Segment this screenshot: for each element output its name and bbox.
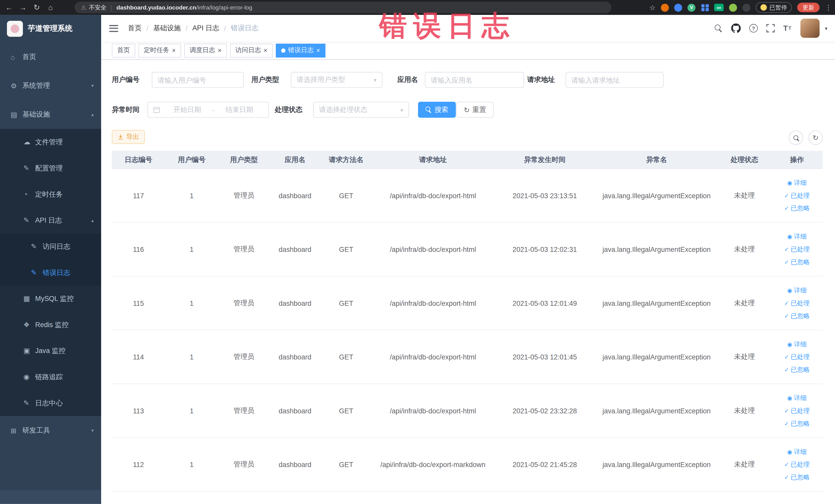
ignored-action-link[interactable]: ✓已忽略 [784, 365, 810, 374]
cell-status: 未处理 [718, 298, 771, 308]
breadcrumb-item[interactable]: 基础设施 [153, 23, 181, 33]
bookmark-star-icon[interactable]: ☆ [649, 3, 656, 11]
reset-button[interactable]: ↻ 重置 [456, 102, 494, 118]
processed-action-link[interactable]: ✓已处理 [784, 352, 810, 361]
cell-id: 117 [112, 191, 165, 200]
sidebar-item[interactable]: ✎日志中心 [0, 390, 101, 416]
extension-icon[interactable] [701, 3, 709, 11]
sidebar-item[interactable]: ◉链路追踪 [0, 364, 101, 390]
detail-action-link[interactable]: ◉详细 [787, 394, 807, 402]
paused-badge[interactable]: 已暂停 [756, 2, 792, 13]
process-status-select[interactable]: 请选择处理状态 ▾ [313, 102, 409, 118]
tag-tab[interactable]: 首页 [112, 43, 135, 57]
main-area: 首页/基础设施/API 日志/错误日志 ? TT ▾ 首页定时任务×调度日志×访… [101, 15, 835, 504]
browser-toolbar: ☆ V on 已暂停 更新 ⋮ [649, 0, 832, 15]
close-icon[interactable]: × [218, 47, 222, 54]
extension-icon[interactable] [742, 3, 750, 11]
cell-time: 2021-05-03 12:02:31 [494, 245, 595, 253]
app-name-input[interactable] [425, 72, 524, 88]
cell-id: 116 [112, 245, 165, 253]
tag-tab[interactable]: 调度日志× [184, 43, 227, 57]
toggle-search-button[interactable] [789, 130, 803, 145]
logo[interactable]: 芋道管理系统 [0, 15, 101, 43]
help-icon[interactable]: ? [749, 24, 758, 32]
sidebar-item[interactable]: ▣Java 监控 [0, 338, 101, 364]
font-size-icon[interactable]: TT [783, 24, 792, 32]
fullscreen-icon[interactable] [766, 24, 775, 32]
detail-action-link[interactable]: ◉详细 [787, 340, 807, 349]
sidebar-item[interactable]: ✎API 日志▴ [0, 207, 101, 234]
breadcrumb-separator: / [224, 24, 226, 32]
date-range-picker[interactable]: 开始日期 - 结束日期 [148, 102, 269, 118]
ignored-action-link[interactable]: ✓已忽略 [784, 204, 810, 213]
tab-label: 错误日志 [288, 46, 314, 55]
detail-action-link[interactable]: ◉详细 [787, 286, 807, 295]
search-icon [793, 135, 799, 141]
action-label: 详细 [794, 286, 807, 295]
user-avatar[interactable] [800, 19, 820, 38]
github-icon[interactable] [731, 23, 740, 33]
sidebar-item[interactable]: ▦MySQL 监控 [0, 285, 101, 312]
home-icon[interactable]: ⌂ [44, 3, 58, 12]
sidebar-item[interactable]: ⌂首页 [0, 43, 101, 72]
extension-on-icon[interactable]: on [714, 4, 724, 11]
processed-action-link[interactable]: ✓已处理 [784, 299, 810, 308]
vue-devtools-icon[interactable]: V [687, 3, 695, 11]
start-date-placeholder: 开始日期 [163, 105, 211, 115]
search-icon[interactable] [715, 24, 722, 32]
action-label: 已处理 [791, 299, 810, 308]
search-icon [426, 106, 432, 113]
cell-status: 未处理 [718, 406, 771, 416]
address-divider: | [110, 4, 112, 11]
refresh-button[interactable]: ↻ [808, 130, 823, 145]
reload-icon[interactable]: ↻ [30, 3, 44, 12]
chevron-down-icon[interactable]: ▾ [825, 25, 828, 31]
close-icon[interactable]: × [264, 47, 267, 54]
sidebar-item[interactable]: ▤基础设施▴ [0, 100, 101, 129]
sidebar-item[interactable]: ❖Redis 监控 [0, 312, 101, 338]
sidebar-item[interactable]: ⚙系统管理▾ [0, 72, 101, 100]
column-header: 处理状态 [718, 155, 771, 164]
ignored-action-link[interactable]: ✓已忽略 [784, 419, 810, 428]
processed-action-link[interactable]: ✓已处理 [784, 191, 810, 200]
tag-tab[interactable]: 定时任务× [138, 43, 181, 57]
detail-action-link[interactable]: ◉详细 [787, 447, 807, 456]
processed-action-link[interactable]: ✓已处理 [784, 406, 810, 415]
update-button[interactable]: 更新 [797, 3, 820, 12]
request-url-input[interactable] [566, 72, 664, 88]
detail-action-link[interactable]: ◉详细 [787, 232, 807, 241]
breadcrumb-item[interactable]: 首页 [128, 23, 142, 33]
sidebar-item[interactable]: ⊞研发工具▾ [0, 416, 101, 445]
sidebar-item-label: 访问日志 [43, 242, 70, 251]
processed-action-link[interactable]: ✓已处理 [784, 460, 810, 469]
close-icon[interactable]: × [316, 47, 320, 54]
sidebar-item[interactable]: ◔定时任务 [0, 181, 101, 207]
hamburger-icon[interactable] [109, 25, 118, 32]
sidebar-item[interactable]: ✎配置管理 [0, 155, 101, 181]
tag-tab[interactable]: 错误日志× [276, 43, 325, 57]
home-icon: ⌂ [11, 53, 22, 61]
extension-icon[interactable] [674, 3, 682, 11]
processed-action-link[interactable]: ✓已处理 [784, 245, 810, 254]
search-button[interactable]: 搜索 [418, 102, 456, 118]
detail-action-link[interactable]: ◉详细 [787, 178, 807, 187]
extension-icon[interactable] [729, 3, 737, 11]
ignored-action-link[interactable]: ✓已忽略 [784, 311, 810, 320]
forward-icon[interactable]: → [16, 3, 30, 12]
reset-button-label: 重置 [472, 105, 486, 115]
sidebar-item[interactable]: ☁文件管理 [0, 129, 101, 155]
tag-tab[interactable]: 访问日志× [230, 43, 272, 57]
extension-icon[interactable] [661, 3, 669, 11]
sidebar-item[interactable]: ✎访问日志 [0, 234, 101, 260]
user-id-input[interactable] [152, 72, 244, 88]
ignored-action-link[interactable]: ✓已忽略 [784, 473, 810, 482]
browser-menu-icon[interactable]: ⋮ [825, 3, 832, 11]
user-type-select[interactable]: 请选择用户类型 ▾ [291, 72, 383, 88]
address-bar[interactable]: ⚠ 不安全 | dashboard.yudao.iocoder.cn /infr… [75, 2, 611, 13]
export-button[interactable]: 导出 [112, 130, 145, 144]
breadcrumb-item[interactable]: API 日志 [192, 23, 219, 33]
back-icon[interactable]: ← [2, 3, 16, 12]
sidebar-item[interactable]: ✎错误日志 [0, 259, 101, 285]
close-icon[interactable]: × [172, 47, 176, 54]
ignored-action-link[interactable]: ✓已忽略 [784, 258, 810, 266]
